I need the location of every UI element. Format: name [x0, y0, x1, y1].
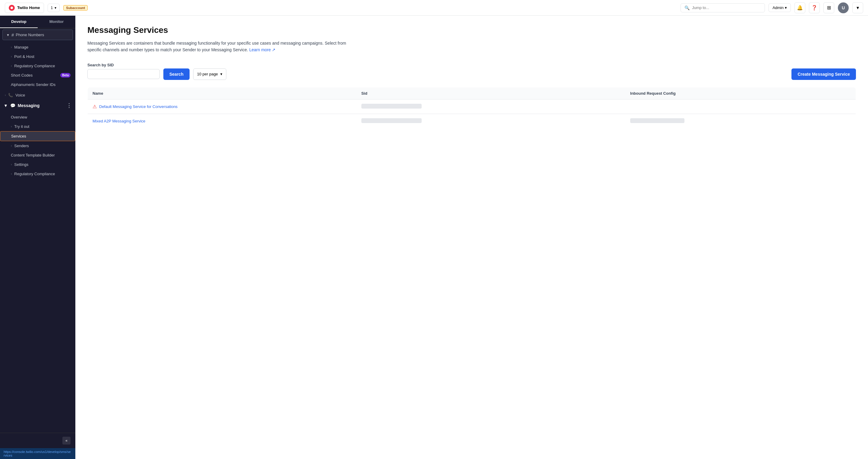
error-icon: ⚠	[93, 104, 97, 110]
inbound-config-cell	[625, 114, 856, 128]
search-button[interactable]: Search	[163, 68, 190, 80]
try-it-out-label: Try it out	[14, 124, 29, 129]
service-sid-cell	[356, 99, 625, 114]
sidebar-item-senders[interactable]: › Senders	[0, 141, 75, 150]
col-header-sid: Sid	[356, 87, 625, 99]
inbound-config-cell	[625, 99, 856, 114]
page-title: Messaging Services	[87, 25, 856, 35]
url-bar: https://console.twilio.com/us1/develop/s…	[0, 448, 75, 459]
sidebar-item-voice[interactable]: › 📞 Voice	[0, 90, 75, 100]
admin-label: Admin	[772, 5, 784, 10]
sidebar-item-phone-numbers[interactable]: ▼ # Phone Numbers	[2, 30, 73, 40]
twilio-logo-icon	[9, 5, 15, 11]
user-avatar[interactable]: U	[838, 2, 849, 13]
admin-button[interactable]: Admin ▾	[769, 3, 791, 12]
chevron-down-icon: ▾	[857, 5, 859, 10]
chevron-right-icon: ›	[5, 93, 6, 97]
chevron-down-icon: ▾	[220, 72, 222, 76]
sidebar-item-overview[interactable]: Overview	[0, 113, 75, 122]
sidebar-item-alphanumeric[interactable]: Alphanumeric Sender IDs	[0, 80, 75, 89]
sidebar-item-try-it-out[interactable]: › Try it out	[0, 122, 75, 131]
name-cell-inner: Mixed A2P Messaging Service	[93, 119, 352, 123]
service-name-link[interactable]: Default Messaging Service for Conversati…	[99, 104, 178, 109]
service-name-cell: Mixed A2P Messaging Service	[88, 114, 356, 128]
services-table: Name Sid Inbound Request Config ⚠Default…	[87, 87, 856, 128]
col-header-name: Name	[88, 87, 356, 99]
sidebar-item-short-codes[interactable]: Short Codes Beta	[0, 70, 75, 80]
help-button[interactable]: ❓	[809, 2, 820, 13]
sid-blurred-value	[361, 104, 422, 109]
chevron-down-icon: ▼	[6, 33, 10, 37]
chevron-right-icon: ›	[11, 55, 12, 58]
table-row: Mixed A2P Messaging Service	[88, 114, 856, 128]
phone-numbers-section: › Manage › Port & Host › Regulatory Comp…	[0, 41, 75, 90]
chevron-right-icon: ›	[11, 64, 12, 67]
search-row: Search by SID Search 10 per page ▾ Creat…	[87, 62, 856, 80]
apps-button[interactable]: ⊞	[824, 2, 834, 13]
twilio-home-button[interactable]: Twilio Home	[5, 3, 44, 13]
sidebar-item-manage[interactable]: › Manage	[0, 42, 75, 52]
chevron-down-icon: ▼	[4, 103, 8, 108]
global-search-input[interactable]	[692, 5, 761, 10]
user-chevron-button[interactable]: ▾	[852, 2, 863, 13]
senders-label: Senders	[14, 144, 29, 148]
regulatory-label: Regulatory Compliance	[14, 64, 55, 68]
search-by-sid-label: Search by SID	[87, 63, 160, 67]
sidebar-item-services[interactable]: Services	[0, 131, 75, 141]
account-selector[interactable]: 1 ▾	[48, 4, 60, 12]
phone-numbers-label: Phone Numbers	[16, 33, 44, 37]
learn-more-label: Learn more	[249, 47, 271, 52]
subaccount-badge: Subaccount	[63, 5, 88, 10]
sid-search-group: Search by SID	[87, 63, 160, 79]
sid-search-input[interactable]	[87, 69, 160, 79]
account-name: 1	[51, 6, 53, 10]
grid-icon: ⊞	[827, 5, 831, 10]
messaging-section: Overview › Try it out Services › Senders…	[0, 111, 75, 180]
create-messaging-service-button[interactable]: Create Messaging Service	[792, 68, 856, 80]
home-label: Twilio Home	[17, 5, 40, 10]
collapse-sidebar-button[interactable]: «	[62, 437, 70, 444]
description-text: Messaging Services are containers that b…	[87, 41, 346, 52]
sidebar-item-content-template[interactable]: Content Template Builder	[0, 150, 75, 160]
sidebar-footer: «	[0, 433, 75, 448]
service-sid-cell	[356, 114, 625, 128]
manage-label: Manage	[14, 45, 28, 50]
sidebar-item-settings[interactable]: › Settings	[0, 160, 75, 169]
table-row: ⚠Default Messaging Service for Conversat…	[88, 99, 856, 114]
messaging-more-icon[interactable]: ⋮	[66, 102, 72, 109]
tab-monitor[interactable]: Monitor	[38, 16, 75, 28]
phone-icon: 📞	[8, 93, 13, 97]
sidebar-tabs: Develop Monitor	[0, 16, 75, 28]
learn-more-link[interactable]: Learn more ↗	[249, 47, 276, 52]
service-name-cell: ⚠Default Messaging Service for Conversat…	[88, 99, 356, 114]
per-page-selector[interactable]: 10 per page ▾	[193, 68, 226, 80]
service-name-link[interactable]: Mixed A2P Messaging Service	[93, 119, 145, 123]
sidebar-item-messaging[interactable]: ▼ 💬 Messaging ⋮	[0, 100, 75, 111]
admin-chevron-icon: ▾	[785, 5, 787, 10]
table-body: ⚠Default Messaging Service for Conversat…	[88, 99, 856, 128]
content-template-label: Content Template Builder	[11, 153, 55, 157]
sid-blurred-value	[361, 118, 422, 123]
overview-label: Overview	[11, 115, 27, 119]
chevron-right-icon: ›	[11, 46, 12, 49]
inbound-blurred-value	[630, 118, 684, 123]
sidebar-item-reg-compliance[interactable]: › Regulatory Compliance	[0, 169, 75, 178]
external-link-icon: ↗	[272, 47, 276, 52]
message-icon: 💬	[10, 103, 16, 108]
sidebar-item-port-host[interactable]: › Port & Host	[0, 52, 75, 61]
search-icon: 🔍	[684, 5, 689, 10]
bell-icon: 🔔	[797, 5, 803, 10]
voice-label: Voice	[16, 93, 25, 97]
sidebar-item-regulatory[interactable]: › Regulatory Compliance	[0, 61, 75, 70]
top-nav: Twilio Home 1 ▾ Subaccount 🔍 Admin ▾ 🔔 ❓…	[0, 0, 868, 16]
per-page-label: 10 per page	[197, 72, 218, 76]
hash-icon: #	[11, 32, 14, 37]
col-header-inbound: Inbound Request Config	[625, 87, 856, 99]
beta-badge: Beta	[60, 73, 70, 78]
help-icon: ❓	[811, 5, 817, 10]
tab-develop[interactable]: Develop	[0, 16, 38, 28]
name-cell-inner: ⚠Default Messaging Service for Conversat…	[93, 104, 352, 110]
notifications-button[interactable]: 🔔	[795, 2, 805, 13]
global-search-bar[interactable]: 🔍	[681, 3, 765, 12]
settings-label: Settings	[14, 162, 28, 167]
